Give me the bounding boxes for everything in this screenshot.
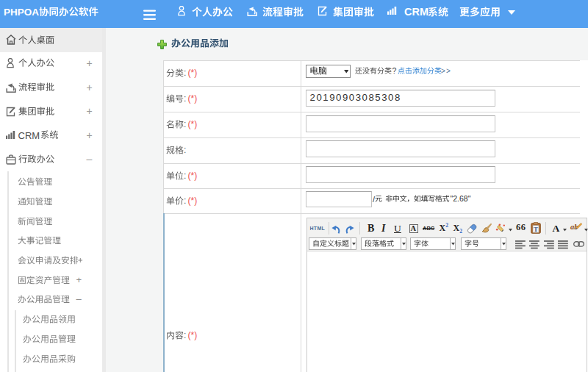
svg-text:T: T [534, 226, 538, 233]
